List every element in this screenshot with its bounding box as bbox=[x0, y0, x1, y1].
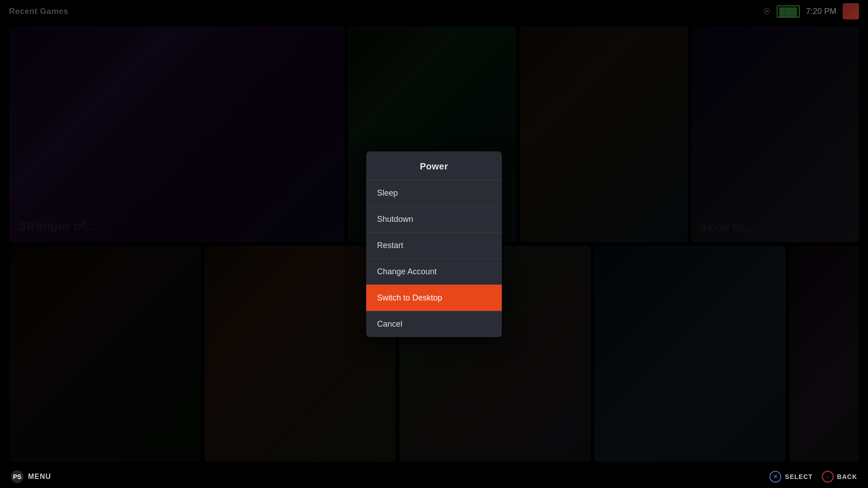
power-menu-item-change-account[interactable]: Change Account bbox=[366, 258, 502, 285]
select-label: SELECT bbox=[785, 473, 812, 480]
power-menu-item-sleep[interactable]: Sleep bbox=[366, 180, 502, 206]
select-action: ✕ SELECT bbox=[769, 471, 812, 483]
power-menu-item-shutdown[interactable]: Shutdown bbox=[366, 206, 502, 232]
ps-symbol: PS bbox=[13, 473, 22, 480]
o-button[interactable]: ○ bbox=[822, 471, 834, 483]
overlay: Power Sleep Shutdown Restart Change Acco… bbox=[0, 0, 868, 488]
back-action: ○ BACK bbox=[822, 471, 857, 483]
back-label: BACK bbox=[837, 473, 857, 480]
x-button[interactable]: ✕ bbox=[769, 471, 781, 483]
ps-button[interactable]: PS bbox=[11, 470, 24, 483]
power-menu-item-switch-to-desktop[interactable]: Switch to Desktop bbox=[366, 285, 502, 311]
power-menu-item-cancel[interactable]: Cancel bbox=[366, 311, 502, 337]
power-menu-item-restart[interactable]: Restart bbox=[366, 232, 502, 258]
bottom-right: ✕ SELECT ○ BACK bbox=[769, 471, 857, 483]
power-menu: Power Sleep Shutdown Restart Change Acco… bbox=[366, 151, 502, 337]
power-menu-title: Power bbox=[366, 151, 502, 180]
bottom-bar: PS MENU ✕ SELECT ○ BACK bbox=[0, 465, 868, 488]
bottom-left: PS MENU bbox=[11, 470, 51, 483]
menu-label: MENU bbox=[28, 473, 51, 481]
